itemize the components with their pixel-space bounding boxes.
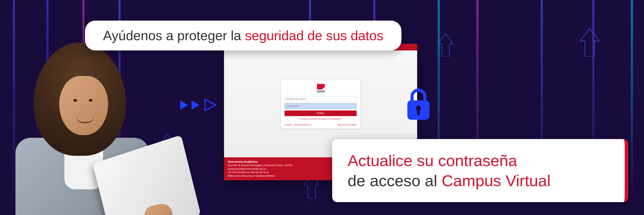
student-photo [0, 27, 175, 215]
top-banner-highlight: seguridad de sus datos [245, 28, 383, 43]
cta-line2-plain: de acceso al [348, 172, 442, 190]
cookies-notice-link[interactable]: 🔖 Aviso de Cookies [338, 124, 357, 126]
bottom-cta-card: Actualice su contraseña de acceso al Cam… [332, 139, 628, 202]
cta-line1: Actualice su contraseña [348, 151, 609, 171]
password-input[interactable] [285, 103, 357, 109]
login-button[interactable]: Entrar [285, 110, 357, 116]
login-card: Entrar ¿Olvidó su nombre de usuario o co… [281, 79, 360, 129]
language-selector[interactable]: Español - Internacional (es) ▾ [285, 124, 311, 126]
play-outline-icon [203, 98, 217, 112]
svg-rect-2 [417, 109, 420, 115]
play-icon [192, 100, 199, 110]
play-icon [180, 100, 188, 110]
play-arrows-group [180, 98, 217, 112]
forgot-link[interactable]: ¿Olvidó su nombre de usuario o contraseñ… [285, 118, 357, 120]
top-banner-prefix: Ayúdenos a proteger la [103, 28, 245, 43]
uv-shield-logo [315, 83, 326, 93]
username-input[interactable] [285, 96, 357, 102]
arrow-up-icon [579, 28, 600, 57]
cta-line2-highlight: Campus Virtual [442, 172, 551, 190]
top-banner: Ayúdenos a proteger la seguridad de sus … [85, 21, 401, 50]
arrow-up-icon [438, 33, 453, 57]
lock-icon [404, 86, 433, 122]
